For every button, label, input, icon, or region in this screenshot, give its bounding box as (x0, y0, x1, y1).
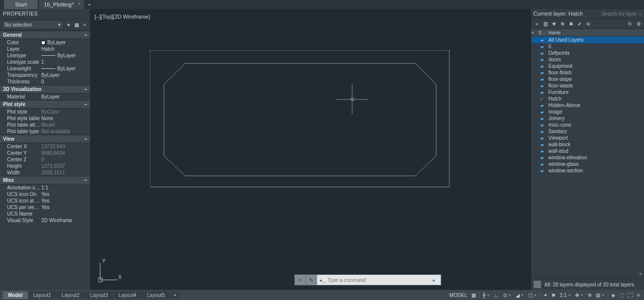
layer-row[interactable]: ▰Furniture (531, 89, 644, 95)
osnap-icon[interactable]: ▢▼ (527, 292, 538, 298)
set-current-icon[interactable]: ✔ (576, 20, 583, 27)
layout-tab[interactable]: Layout3 (85, 291, 113, 299)
layout-tab[interactable]: Layout1 (28, 291, 56, 299)
layer-row[interactable]: ✓Hatch (531, 95, 644, 102)
search-layer-input[interactable]: Search for layer (601, 11, 637, 17)
section-plot-style[interactable]: Plot style– (0, 100, 90, 109)
layer-row[interactable]: ▰wall-block (531, 141, 644, 148)
grid-icon[interactable]: ▦ (470, 292, 477, 298)
layer-row[interactable]: ▰floor-waste (531, 82, 644, 89)
scale-display[interactable]: 1:1 ▼ (558, 292, 572, 298)
layer-row[interactable]: ▰floor-finish (531, 69, 644, 76)
customization-icon[interactable]: ≡ (636, 292, 641, 298)
hardware-accel-icon[interactable]: ⬚ (618, 292, 625, 298)
settings-icon[interactable]: ⚙ (635, 20, 642, 27)
layout-tab[interactable]: Layout2 (56, 291, 85, 299)
ortho-icon[interactable]: ∟ (493, 292, 500, 298)
clean-screen-icon[interactable]: ⛶ (627, 292, 634, 298)
anno-visibility-icon[interactable]: ✱ (550, 292, 556, 298)
section-general[interactable]: General– (0, 31, 90, 39)
layer-filter-icon[interactable] (533, 280, 541, 288)
prop-linetype[interactable]: ByLayer (41, 53, 90, 58)
anno-scale-icon[interactable]: ✦ (542, 292, 548, 298)
polar-icon[interactable]: ⊙▼ (502, 292, 513, 298)
layer-row[interactable]: ▰wall-stud (531, 148, 644, 154)
col-status[interactable]: S... (537, 29, 546, 36)
prop-linetype-scale[interactable]: 1 (41, 59, 90, 65)
new-layer-freeze-icon[interactable]: ❄ (559, 20, 566, 27)
tab-file[interactable]: 16_Plotting*× (39, 0, 84, 9)
lock-ui-icon[interactable]: ▤▼ (595, 292, 606, 298)
layer-row[interactable]: ▰floor-slope (531, 76, 644, 82)
prop-ucs-origin[interactable]: Yes (41, 198, 90, 204)
customize-cmd-icon[interactable]: ✎ (306, 275, 317, 285)
cmd-history-icon[interactable]: ▲ (430, 278, 438, 282)
select-objects-icon[interactable]: ▦ (73, 21, 80, 28)
close-icon[interactable]: × (78, 1, 81, 7)
prop-lineweight[interactable]: ByLayer (41, 66, 90, 71)
layer-row[interactable]: ▰window-elevation (531, 154, 644, 161)
layer-row[interactable]: ▰Equipment (531, 63, 644, 69)
layout-tab[interactable]: Layout5 (142, 291, 170, 299)
prop-center-y[interactable]: 8690.8434 (41, 150, 90, 156)
prop-visual-style[interactable]: 2D Wireframe (41, 218, 90, 223)
add-layout-button[interactable]: + (171, 291, 180, 299)
refresh-icon[interactable]: ↻ (626, 20, 633, 27)
col-name[interactable]: Name (546, 29, 644, 36)
toggle-pickadd-icon[interactable]: ✧ (81, 21, 88, 28)
new-layer-icon[interactable]: ✚ (550, 20, 557, 27)
layer-row[interactable]: ▰All Used Layers (531, 37, 644, 43)
isolate-icon[interactable]: ◈ (610, 292, 616, 298)
tab-start[interactable]: Start (4, 0, 38, 9)
layout-tab[interactable]: Model (3, 291, 28, 299)
layer-row[interactable]: ▰Joinery (531, 115, 644, 122)
section-view[interactable]: View– (0, 135, 90, 143)
gizmo-icon[interactable]: ✥▼ (574, 292, 585, 298)
prop-ucs-per-viewport[interactable]: Yes (41, 205, 90, 210)
layer-states-icon[interactable]: ▥ (542, 20, 549, 27)
prop-color[interactable]: ByLayer (41, 40, 90, 45)
prop-material[interactable]: ByLayer (41, 94, 90, 99)
layer-row[interactable]: ▰doors (531, 56, 644, 63)
layer-row[interactable]: ▰0 (531, 43, 644, 50)
selection-dropdown[interactable]: No selection▼ (2, 20, 64, 29)
layer-row[interactable]: ▰Defpoints (531, 50, 644, 56)
prop-height[interactable]: 1373.6937 (41, 163, 90, 169)
prop-ucs-name[interactable] (41, 211, 90, 217)
prop-layer[interactable]: Hatch (41, 46, 90, 52)
workspace-icon[interactable]: ✲ (587, 292, 593, 298)
layer-row[interactable]: ▰window-section (531, 167, 644, 174)
layer-match-icon[interactable]: ≋ (585, 20, 592, 27)
isodraft-icon[interactable]: ◢▼ (515, 292, 525, 298)
prop-center-z[interactable]: 0 (41, 157, 90, 162)
layer-row[interactable]: ▰Hidden-Above (531, 102, 644, 109)
drawing-canvas[interactable]: [–][Top][2D Wireframe] Y X × ✎ ▸_ ▲ (91, 9, 531, 290)
section-misc[interactable]: Misc– (0, 176, 90, 184)
viewport-label[interactable]: [–][Top][2D Wireframe] (95, 14, 150, 20)
layers-expand-icon[interactable]: » (531, 269, 644, 278)
section-3d-viz[interactable]: 3D Visualization– (0, 85, 90, 93)
prop-center-x[interactable]: 13715.043 (41, 144, 90, 149)
layer-row[interactable]: ▰Sanitary (531, 128, 644, 135)
layer-row[interactable]: ▰window-glass (531, 161, 644, 167)
prop-thickness[interactable]: 0 (41, 79, 90, 84)
quick-select-icon[interactable]: ✦ (65, 21, 72, 28)
prop-ucs-on[interactable]: Yes (41, 191, 90, 197)
sb-model[interactable]: MODEL (448, 292, 468, 298)
close-cmd-icon[interactable]: × (295, 275, 306, 285)
expand-icon[interactable]: » (531, 30, 537, 35)
layout-tab[interactable]: Layout4 (114, 291, 142, 299)
prop-plot-style-table[interactable]: None (41, 116, 90, 121)
search-icon[interactable]: ⌕ (639, 11, 642, 17)
layer-row[interactable]: ▰image (531, 109, 644, 115)
prop-annotation-scale[interactable]: 1:1 (41, 185, 90, 190)
layers-collapse-icon[interactable]: « (533, 20, 540, 27)
snap-icon[interactable]: ╂▼ (481, 292, 491, 298)
layer-row[interactable]: ▰Viewport (531, 135, 644, 141)
prop-width[interactable]: 2698.1511 (41, 170, 90, 175)
command-line[interactable]: × ✎ ▸_ ▲ (294, 274, 441, 285)
delete-layer-icon[interactable]: ✖ (568, 20, 575, 27)
add-tab-button[interactable]: + (85, 2, 94, 8)
layer-row[interactable]: ▰misc-cons (531, 122, 644, 128)
command-input[interactable] (328, 277, 430, 283)
